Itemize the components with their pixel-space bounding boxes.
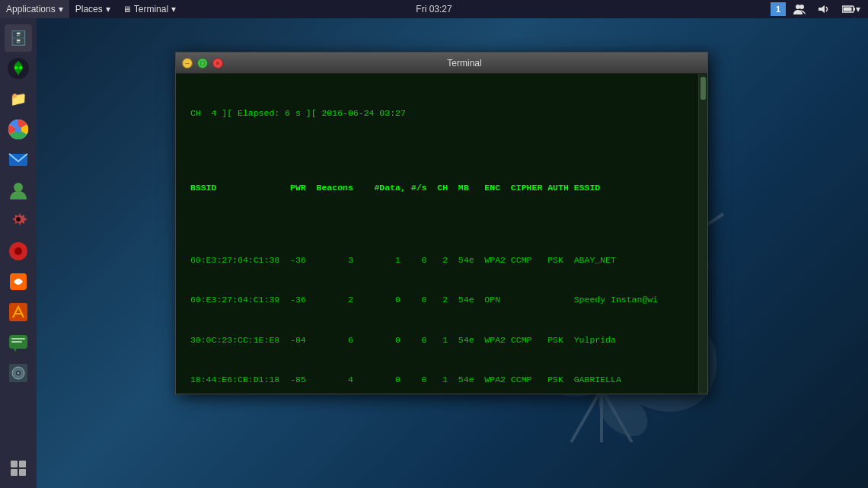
sidebar-icon-folder[interactable]: 📁 — [5, 85, 32, 113]
minimize-button[interactable]: – — [182, 58, 193, 69]
svg-point-13 — [15, 126, 21, 132]
volume-btn[interactable] — [813, 0, 834, 18]
terminal-ap-row-2: 30:0C:23:CC:1E:E8 -84 6 0 0 1 54e WPA2 C… — [185, 333, 688, 347]
terminal-menu[interactable]: 🖥 Terminal ▾ — [116, 0, 182, 18]
svg-rect-32 — [11, 469, 18, 476]
svg-rect-6 — [854, 8, 855, 11]
topbar-left: Applications ▾ Places ▾ 🖥 Terminal ▾ — [0, 0, 182, 18]
term-gap-2 — [185, 222, 688, 228]
sidebar-icon-app2[interactable] — [5, 298, 32, 326]
terminal-icon-small: 🖥 — [123, 5, 131, 14]
sidebar-icon-app1[interactable] — [5, 238, 32, 265]
places-arrow: ▾ — [106, 4, 110, 14]
sidebar-icon-chat[interactable] — [5, 329, 32, 356]
terminal-label: Terminal — [134, 4, 168, 14]
svg-point-29 — [18, 372, 20, 375]
svg-point-18 — [14, 247, 22, 255]
svg-point-15 — [14, 183, 23, 192]
sidebar-icon-disk[interactable] — [5, 359, 32, 387]
svg-marker-25 — [14, 349, 17, 352]
sidebar-icon-burp[interactable] — [5, 268, 32, 295]
places-menu[interactable]: Places ▾ — [69, 0, 116, 18]
terminal-header-line: CH 4 ][ Elapsed: 6 s ][ 2016-06-24 03:27 — [185, 107, 688, 120]
maximize-button[interactable]: □ — [197, 58, 208, 69]
terminal-ap-row-3: 18:44:E6:CB:D1:18 -85 4 0 0 1 54e WPA2 C… — [185, 373, 688, 387]
sidebar-icon-chrome[interactable] — [5, 116, 32, 143]
sidebar-icon-files[interactable]: 🗄️ — [5, 24, 32, 52]
sidebar-icon-settings[interactable] — [5, 207, 32, 234]
svg-point-10 — [19, 66, 22, 69]
svg-point-3 — [799, 5, 804, 9]
sidebar-icon-kali[interactable] — [5, 55, 32, 82]
terminal-content: CH 4 ][ Elapsed: 6 s ][ 2016-06-24 03:27… — [185, 80, 698, 394]
terminal-ap-row-1: 60:E3:27:64:C1:39 -36 2 0 0 2 54e OPN Sp… — [185, 293, 688, 307]
clock-display: Fri 03:27 — [416, 4, 452, 14]
topbar-right: 1 ▾ — [771, 0, 868, 18]
applications-label: Applications — [6, 4, 56, 14]
svg-rect-23 — [11, 338, 25, 340]
sidebar-icon-user[interactable] — [5, 177, 32, 204]
topbar-clock: Fri 03:27 — [416, 4, 452, 14]
places-label: Places — [75, 4, 103, 14]
terminal-ap-col-header: BSSID PWR Beacons #Data, #/s CH MB ENC C… — [185, 181, 688, 195]
applications-arrow: ▾ — [59, 4, 63, 14]
scrollbar-thumb[interactable] — [700, 77, 706, 100]
svg-rect-7 — [844, 8, 852, 11]
term-gap-1 — [185, 149, 688, 155]
svg-point-9 — [14, 66, 18, 69]
battery-btn[interactable]: ▾ — [838, 0, 865, 18]
terminal-titlebar: – □ × Terminal — [176, 53, 707, 74]
terminal-title: Terminal — [228, 58, 701, 69]
terminal-body[interactable]: CH 4 ][ Elapsed: 6 s ][ 2016-06-24 03:27… — [176, 74, 707, 394]
applications-menu[interactable]: Applications ▾ — [0, 0, 69, 18]
close-button[interactable]: × — [212, 58, 223, 69]
users-icon-btn[interactable] — [789, 0, 810, 18]
sidebar-icon-mail[interactable] — [5, 146, 32, 174]
workspace-badge[interactable]: 1 — [771, 2, 786, 16]
svg-point-16 — [16, 217, 21, 222]
terminal-arrow: ▾ — [171, 4, 176, 14]
volume-icon — [818, 4, 830, 14]
svg-rect-30 — [11, 461, 18, 467]
sidebar: 🗄️ 📁 — [0, 18, 37, 488]
users-icon — [793, 4, 806, 14]
battery-arrow: ▾ — [856, 4, 860, 14]
sidebar-icon-grid[interactable] — [5, 455, 32, 482]
battery-icon — [842, 4, 856, 14]
topbar: Applications ▾ Places ▾ 🖥 Terminal ▾ Fri… — [0, 0, 868, 18]
svg-rect-31 — [19, 461, 26, 467]
terminal-ap-row-0: 60:E3:27:64:C1:38 -36 3 1 0 2 54e WPA2 C… — [185, 254, 688, 267]
svg-rect-33 — [19, 469, 26, 476]
terminal-window: – □ × Terminal CH 4 ][ Elapsed: 6 s ][ 2… — [175, 52, 708, 394]
scrollbar[interactable] — [698, 74, 707, 394]
svg-marker-4 — [819, 5, 825, 13]
svg-rect-24 — [11, 341, 22, 343]
